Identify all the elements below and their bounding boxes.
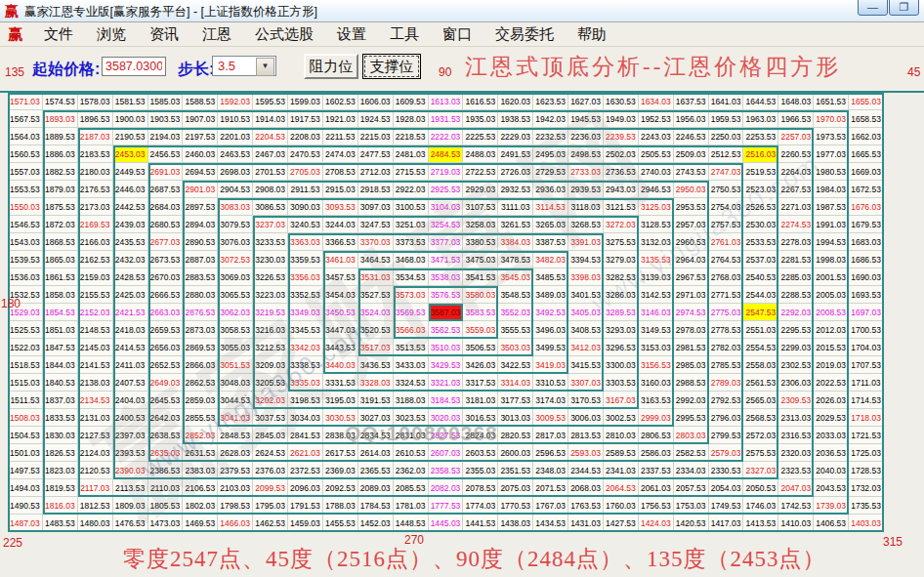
price-cell[interactable]: 1917.53 <box>288 110 323 128</box>
price-cell[interactable]: 1511.53 <box>8 392 43 409</box>
angle-highlight-cell[interactable]: 2516.03 <box>743 145 778 163</box>
price-cell[interactable]: 3300.03 <box>604 356 639 374</box>
price-cell[interactable]: 3520.53 <box>358 321 394 339</box>
price-cell[interactable]: 3506.53 <box>463 339 498 356</box>
price-cell[interactable]: 3170.53 <box>568 392 604 409</box>
price-cell[interactable]: 2113.53 <box>113 479 148 497</box>
price-cell[interactable]: 2785.53 <box>709 356 744 374</box>
price-cell[interactable]: 3328.03 <box>358 374 394 392</box>
price-cell[interactable]: 1613.03 <box>429 93 464 110</box>
price-cell[interactable]: 1704.03 <box>849 339 884 356</box>
price-cell[interactable]: 2859.03 <box>183 392 218 409</box>
price-cell[interactable]: 1567.53 <box>8 110 43 128</box>
price-cell[interactable]: 1714.53 <box>849 392 884 409</box>
price-cell[interactable]: 2131.03 <box>78 409 113 427</box>
price-cell[interactable]: 2582.53 <box>674 444 709 462</box>
price-cell[interactable]: 2771.53 <box>709 286 744 304</box>
price-cell[interactable]: 2831.03 <box>394 427 429 444</box>
price-cell[interactable]: 2820.53 <box>498 427 533 444</box>
price-cell[interactable]: 2691.03 <box>148 163 184 181</box>
price-cell[interactable]: 1578.03 <box>78 93 113 110</box>
price-cell[interactable]: 3030.53 <box>323 409 358 427</box>
price-cell[interactable]: 1907.03 <box>183 110 218 128</box>
price-cell[interactable]: 3258.03 <box>463 216 498 233</box>
price-cell[interactable]: 2754.03 <box>709 198 744 216</box>
menu-item-help[interactable]: 帮助 <box>566 25 618 44</box>
price-cell[interactable]: 2491.53 <box>498 145 533 163</box>
price-cell[interactable]: 1550.03 <box>8 198 43 216</box>
price-cell[interactable]: 3580.03 <box>463 286 498 304</box>
price-cell[interactable]: 3433.03 <box>394 356 429 374</box>
price-cell[interactable]: 2638.53 <box>148 427 184 444</box>
price-cell[interactable]: 2915.03 <box>323 181 358 198</box>
price-cell[interactable]: 1830.03 <box>43 427 78 444</box>
price-cell[interactable]: 2271.03 <box>778 198 814 216</box>
price-cell[interactable]: 1700.53 <box>849 321 884 339</box>
price-cell[interactable]: 2852.03 <box>183 427 218 444</box>
price-cell[interactable]: 2901.03 <box>183 181 218 198</box>
price-cell[interactable]: 3475.03 <box>463 251 498 268</box>
price-cell[interactable]: 2964.03 <box>674 251 709 268</box>
price-cell[interactable]: 2120.53 <box>78 462 113 479</box>
price-cell[interactable]: 2873.03 <box>183 321 218 339</box>
price-cell[interactable]: 2827.53 <box>429 427 464 444</box>
price-cell[interactable]: 1928.03 <box>394 110 429 128</box>
price-cell[interactable]: 2103.03 <box>218 479 253 497</box>
price-cell[interactable]: 3034.03 <box>288 409 323 427</box>
price-cell[interactable]: 3002.53 <box>604 409 639 427</box>
price-cell[interactable]: 2138.03 <box>78 374 113 392</box>
price-cell[interactable]: 3006.03 <box>568 409 604 427</box>
price-cell[interactable]: 2540.53 <box>743 268 778 286</box>
price-cell[interactable]: 1844.03 <box>43 356 78 374</box>
price-cell[interactable]: 2071.53 <box>533 479 568 497</box>
price-cell[interactable]: 1480.03 <box>78 515 113 532</box>
price-cell[interactable]: 2463.53 <box>218 145 253 163</box>
price-cell[interactable]: 2673.53 <box>148 251 184 268</box>
price-cell[interactable]: 3111.03 <box>498 198 533 216</box>
price-cell[interactable]: 3247.53 <box>358 216 394 233</box>
price-cell[interactable]: 2698.03 <box>218 163 253 181</box>
price-cell[interactable]: 2288.53 <box>778 286 814 304</box>
price-cell[interactable]: 3573.03 <box>394 286 429 304</box>
price-cell[interactable]: 2127.53 <box>78 427 113 444</box>
menu-item-news[interactable]: 资讯 <box>138 25 190 44</box>
price-cell[interactable]: 1641.03 <box>709 93 744 110</box>
price-cell[interactable]: 2456.53 <box>148 145 184 163</box>
menu-item-gann[interactable]: 江恩 <box>190 25 243 44</box>
price-cell[interactable]: 2204.53 <box>253 128 288 145</box>
price-cell[interactable]: 2869.53 <box>183 339 218 356</box>
price-cell[interactable]: 3139.03 <box>639 268 674 286</box>
price-cell[interactable]: 2068.03 <box>568 479 604 497</box>
price-cell[interactable]: 1501.03 <box>8 444 43 462</box>
price-cell[interactable]: 2761.03 <box>709 233 744 251</box>
price-cell[interactable]: 3538.03 <box>429 268 464 286</box>
price-cell[interactable]: 3188.03 <box>394 392 429 409</box>
price-cell[interactable]: 3013.03 <box>498 409 533 427</box>
price-cell[interactable]: 2950.03 <box>674 181 709 198</box>
price-cell[interactable]: 2838.03 <box>323 427 358 444</box>
price-cell[interactable]: 1991.03 <box>814 216 849 233</box>
price-cell[interactable]: 1987.53 <box>814 198 849 216</box>
price-cell[interactable]: 3202.03 <box>253 392 288 409</box>
price-cell[interactable]: 1865.03 <box>43 251 78 268</box>
price-cell[interactable]: 1403.03 <box>849 515 884 532</box>
price-cell[interactable]: 2362.03 <box>394 462 429 479</box>
price-cell[interactable]: 2642.03 <box>148 409 184 427</box>
price-cell[interactable]: 3552.03 <box>498 304 533 321</box>
price-cell[interactable]: 2978.03 <box>674 321 709 339</box>
price-cell[interactable]: 3079.53 <box>218 216 253 233</box>
price-cell[interactable]: 1725.03 <box>849 444 884 462</box>
price-cell[interactable]: 2575.53 <box>743 444 778 462</box>
price-cell[interactable]: 1728.53 <box>849 462 884 479</box>
price-cell[interactable]: 3062.03 <box>218 304 253 321</box>
price-cell[interactable]: 2845.03 <box>253 427 288 444</box>
price-cell[interactable]: 3394.53 <box>568 251 604 268</box>
price-cell[interactable]: 2610.53 <box>394 444 429 462</box>
price-cell[interactable]: 3338.53 <box>288 356 323 374</box>
price-cell[interactable]: 2379.53 <box>218 462 253 479</box>
price-cell[interactable]: 2736.53 <box>604 163 639 181</box>
price-cell[interactable]: 2082.03 <box>429 479 464 497</box>
price-cell[interactable]: 1602.53 <box>323 93 358 110</box>
price-cell[interactable]: 2505.53 <box>639 145 674 163</box>
price-cell[interactable]: 1753.03 <box>674 497 709 515</box>
